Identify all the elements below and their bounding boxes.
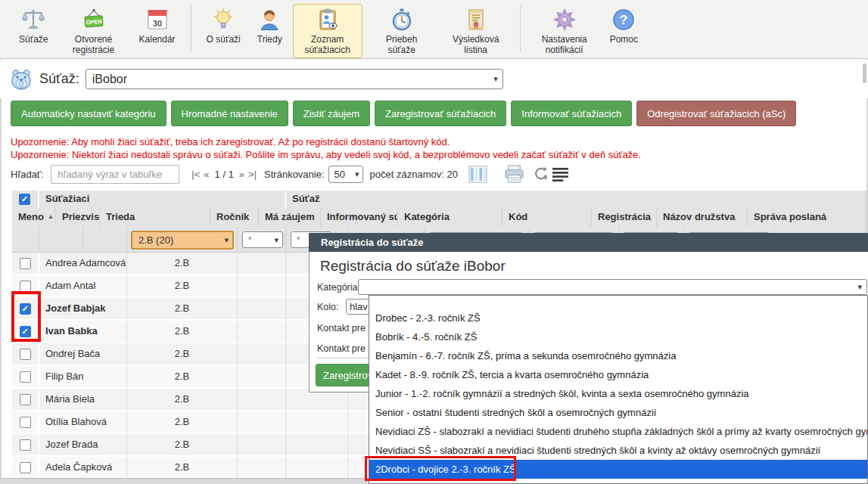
list-view-icon[interactable] bbox=[552, 167, 568, 182]
print-icon[interactable] bbox=[504, 165, 524, 184]
svg-text:OPEN: OPEN bbox=[86, 18, 102, 26]
row-checkbox-cell: ✓ bbox=[12, 457, 39, 479]
column-header-trieda[interactable]: Trieda bbox=[100, 207, 210, 227]
student-class: 2.B bbox=[127, 366, 238, 389]
chevron-down-icon: ▾ bbox=[355, 169, 359, 179]
category-option[interactable]: Nevidiaci SŠ - slabozrakí a nevidiaci št… bbox=[369, 441, 867, 460]
category-row: Kategória: ▾ bbox=[310, 279, 868, 296]
select-all-cell: ✓ bbox=[12, 191, 39, 207]
filter-cell-empty bbox=[39, 227, 83, 253]
toolbar-item-label: Zoznam súťažiacich bbox=[299, 34, 356, 56]
category-select[interactable]: ▾ bbox=[358, 279, 867, 295]
competition-select[interactable]: iBobor ▾ bbox=[86, 69, 503, 89]
row-checkbox[interactable]: ✓ bbox=[20, 439, 31, 451]
rocnik-filter-select[interactable]: * ▾ bbox=[242, 231, 283, 248]
toolbar-item-triedy[interactable]: Triedy bbox=[251, 4, 288, 47]
lightbulb-icon bbox=[211, 7, 235, 33]
toolbar-item-kalendar[interactable]: 30Kalendár bbox=[133, 4, 182, 47]
row-checkbox[interactable]: ✓ bbox=[20, 281, 31, 292]
column-header-kod[interactable]: Kód bbox=[502, 207, 592, 227]
search-label: Hľadať: bbox=[11, 169, 43, 180]
student-name: Andrea Adamcová bbox=[39, 253, 127, 275]
pager-first-button[interactable]: |< bbox=[191, 169, 200, 180]
toolbar-item-o-sutazi[interactable]: O súťaži bbox=[201, 4, 247, 47]
student-name: Filip Bán bbox=[39, 366, 127, 389]
student-class: 2.B bbox=[127, 457, 238, 479]
pager-next-button[interactable]: » bbox=[239, 169, 244, 180]
paging-label: Stránkovanie: bbox=[264, 169, 325, 180]
columns-icon[interactable] bbox=[468, 166, 487, 183]
toolbar-item-nastavenia-notifikacii[interactable]: Nastavenia notifikácií bbox=[530, 4, 599, 58]
column-header-label: Názov družstva bbox=[663, 211, 735, 222]
row-checkbox[interactable]: ✓ bbox=[20, 371, 31, 383]
search-input[interactable] bbox=[51, 165, 179, 184]
row-checkbox-cell: ✓ bbox=[12, 411, 39, 434]
pager-prev-button[interactable]: « bbox=[204, 169, 209, 180]
toolbar-item-zoznam-sutaziacich[interactable]: Zoznam súťažiacich bbox=[293, 4, 362, 58]
toolbar-item-label: O súťaži bbox=[207, 34, 241, 45]
category-dropdown-list: Drobec - 2.-3. ročník ZŠBobrík - 4.-5. r… bbox=[369, 295, 868, 484]
row-checkbox[interactable]: ✓ bbox=[20, 394, 31, 405]
row-checkbox[interactable]: ✓ bbox=[20, 462, 31, 473]
column-header-meno[interactable]: Meno▲ bbox=[12, 207, 56, 227]
category-option[interactable]: Kadet - 8.-9. ročník ZŠ, tercia a kvarta… bbox=[369, 365, 867, 384]
refresh-icon[interactable] bbox=[534, 166, 549, 182]
column-header-label: Informovaný súhlas bbox=[327, 211, 398, 222]
empty-cell bbox=[286, 411, 348, 434]
empty-cell bbox=[238, 298, 286, 321]
pager-last-button[interactable]: >| bbox=[248, 169, 257, 180]
row-checkbox[interactable]: ✓ bbox=[20, 258, 31, 269]
row-checkbox-cell: ✓ bbox=[12, 434, 39, 457]
stopwatch-icon bbox=[390, 7, 414, 33]
category-option[interactable]: 2Drobci - dvojice 2.-3. ročník ZŠ bbox=[369, 460, 867, 479]
calendar-icon: 30 bbox=[145, 7, 170, 33]
category-option[interactable]: Benjamín - 6.-7. ročník ZŠ, príma a seku… bbox=[369, 346, 867, 365]
competition-select-value: iBobor bbox=[92, 73, 490, 86]
column-header-kategoria[interactable]: Kategória bbox=[398, 207, 502, 227]
column-header-label: Kód bbox=[509, 211, 527, 222]
column-header-priezvisko[interactable]: Priezvisko▲ bbox=[56, 207, 100, 227]
column-header-informovany-suhlas[interactable]: Informovaný súhlas bbox=[321, 207, 398, 227]
student-name: Ondrej Bača bbox=[39, 343, 127, 366]
toolbar-item-pomoc[interactable]: ?Pomoc bbox=[604, 4, 644, 47]
row-checkbox[interactable]: ✓ bbox=[20, 349, 31, 360]
select-all-checkbox[interactable]: ✓ bbox=[19, 194, 30, 205]
student-name: Ivan Babka bbox=[39, 321, 127, 343]
toolbar-item-sutaze[interactable]: Súťaže bbox=[13, 4, 54, 47]
row-checkbox[interactable]: ✓ bbox=[20, 303, 31, 315]
scrollbar-thumb[interactable] bbox=[863, 64, 866, 83]
modal-titlebar: Registrácia do súťaže bbox=[309, 233, 868, 252]
action-button-1[interactable]: Hromadné nastavenie bbox=[171, 101, 288, 126]
category-option[interactable]: Drobec - 2.-3. ročník ZŠ bbox=[369, 309, 867, 327]
category-option[interactable] bbox=[369, 296, 867, 309]
row-checkbox[interactable]: ✓ bbox=[20, 326, 31, 337]
help-icon: ? bbox=[611, 7, 636, 33]
student-class: 2.B bbox=[127, 434, 238, 457]
action-button-0[interactable]: Automaticky nastaviť kategóriu bbox=[11, 101, 166, 126]
empty-cell bbox=[238, 253, 286, 275]
row-checkbox[interactable]: ✓ bbox=[20, 417, 31, 428]
column-header-sprava-poslana[interactable]: Správa poslaná bbox=[748, 207, 866, 227]
category-option[interactable]: Nevidiaci ZŠ - slabozrakí a nevidiaci št… bbox=[369, 422, 867, 441]
action-button-3[interactable]: Zaregistrovať súťažiacich bbox=[375, 101, 506, 126]
column-header-rocnik[interactable]: Ročník bbox=[210, 207, 259, 227]
category-option[interactable]: Junior - 1.-2. ročník gymnázií a stredný… bbox=[369, 384, 867, 403]
category-option[interactable]: Bobrík - 4.-5. ročník ZŠ bbox=[369, 327, 867, 346]
toolbar-item-vysledkova-listina[interactable]: Výsledková listina bbox=[441, 4, 511, 58]
table-column-header-row: Meno▲Priezvisko▲TriedaRočníkMá záujemInf… bbox=[12, 207, 866, 227]
toolbar-item-otvorene-registracie[interactable]: OPENOtvorené registrácie bbox=[59, 4, 129, 58]
page-size-select[interactable]: 50 ▾ bbox=[328, 166, 363, 183]
action-button-2[interactable]: Zistiť záujem bbox=[293, 101, 370, 126]
class-filter-select[interactable]: 2.B (20) ▾ bbox=[131, 231, 234, 250]
participants-clipboard-icon bbox=[316, 7, 340, 33]
column-header-nazov-druzstva[interactable]: Názov družstva bbox=[657, 207, 748, 227]
empty-cell bbox=[238, 457, 286, 479]
action-button-5[interactable]: Odregistrovať súťažiacich (aSc) bbox=[636, 101, 796, 126]
column-header-ma-zaujem[interactable]: Má záujem bbox=[259, 207, 321, 227]
column-header-registracia[interactable]: Registrácia bbox=[592, 207, 657, 227]
toolbar-item-priebeh-sutaze[interactable]: Priebeh súťaže bbox=[367, 4, 437, 58]
group-header-sutaziaci: Súťažiaci bbox=[39, 191, 286, 207]
pager-current-page: 1 / 1 bbox=[215, 169, 234, 180]
action-button-4[interactable]: Informovať súťažiacich bbox=[511, 101, 632, 126]
category-option[interactable]: Senior - ostatní študenti stredných škôl… bbox=[369, 403, 867, 422]
